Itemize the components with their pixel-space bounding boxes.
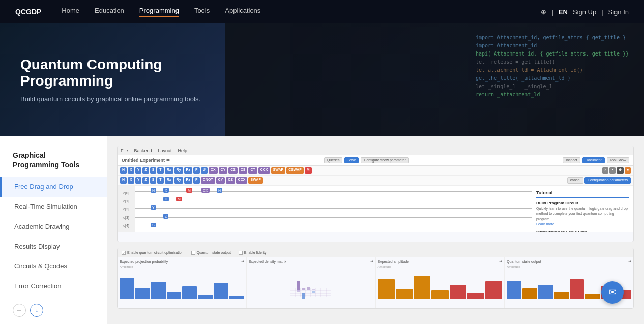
hero-subtitle: Build quantum circuits by graphical onli… [20, 95, 234, 103]
nav-links: Home Education Programming Tools Applica… [62, 7, 541, 17]
next-arrow[interactable]: ↓ [30, 304, 43, 317]
gate2-Rz[interactable]: Rz [184, 177, 193, 184]
gate-S[interactable]: S [150, 167, 157, 174]
menu-layout[interactable]: Layout [158, 148, 172, 153]
gate-Y[interactable]: Y [135, 167, 142, 174]
placed-gate-9[interactable]: Z [163, 214, 168, 219]
nav-education[interactable]: Education [95, 7, 124, 17]
gate-U[interactable]: U [201, 167, 208, 174]
bar-3-6 [467, 293, 484, 299]
sidebar-item-free-drag-drop[interactable]: Free Drag and Drop [0, 177, 107, 197]
save-btn[interactable]: Save [344, 157, 359, 163]
gate-CCX[interactable]: CCX [258, 167, 270, 174]
nav-home[interactable]: Home [62, 7, 79, 17]
gate2-T[interactable]: T [157, 177, 163, 184]
gate-CX[interactable]: CX [209, 167, 218, 174]
sidebar-item-academic-drawing[interactable]: Academic Drawing [0, 217, 107, 236]
gate-SWAP[interactable]: SWAP [271, 167, 286, 174]
sidebar-item-circuits-qcodes[interactable]: Circuits & Qcodes [0, 256, 107, 276]
gate-P[interactable]: P [193, 167, 200, 174]
panel-4-icon: ⇔ [628, 259, 631, 263]
cancel-btn[interactable]: cancel [567, 177, 583, 184]
gate2-X[interactable]: X [128, 177, 134, 184]
bar-4-6 [585, 294, 600, 299]
checkbox-state-output-box[interactable] [191, 251, 195, 255]
gate2-P[interactable]: P [193, 177, 200, 184]
gate-H[interactable]: H [120, 167, 127, 174]
gate2-S[interactable]: S [150, 177, 157, 184]
sidebar-group-title: Graphical Programming Tools [0, 146, 107, 177]
prev-arrow[interactable]: ← [13, 304, 26, 317]
result-panel-3-title: Expected amplitude ⇔ [378, 259, 503, 263]
nav-tools[interactable]: Tools [194, 7, 210, 17]
menu-file[interactable]: File [121, 148, 128, 153]
placed-gate-10[interactable]: S [151, 223, 156, 227]
gate-sym4[interactable]: ■ [625, 167, 631, 174]
tutorial-item-1: Build Program Circuit Quickly learn to u… [536, 201, 629, 226]
menu-help[interactable]: Help [178, 148, 188, 153]
config-param-btn[interactable]: Configuration parameters [584, 177, 631, 184]
nav-applications[interactable]: Applications [225, 7, 260, 17]
gate2-CNOT[interactable]: CNOT [201, 177, 215, 184]
circuit-buttons: Queries Save Configure show parameter [324, 157, 409, 163]
placed-gate-6[interactable]: CX [201, 188, 210, 193]
gate-Rx[interactable]: Rx [165, 167, 173, 174]
gate2-CCX[interactable]: CCX [236, 177, 248, 184]
placed-gate-7[interactable]: H [217, 188, 222, 193]
gate-M[interactable]: M [305, 167, 312, 174]
gate-CS[interactable]: CS [239, 167, 248, 174]
gate-sym2[interactable]: ∘ [609, 167, 616, 174]
gate2-Rx[interactable]: Rx [165, 177, 173, 184]
gate-Z[interactable]: Z [142, 167, 149, 174]
sidebar-item-results-display[interactable]: Results Display [0, 236, 107, 256]
gate2-SWAP[interactable]: SWAP [248, 177, 263, 184]
placed-gate-1[interactable]: H [151, 188, 156, 193]
bar-4-5 [570, 279, 584, 299]
gate-CSWAP[interactable]: CSWAP [286, 167, 304, 174]
gate-T[interactable]: T [157, 167, 163, 174]
sidebar-item-real-time-sim[interactable]: Real-Time Simulation [0, 197, 107, 217]
bar-3-2 [396, 289, 413, 299]
sidebar-item-error-correction[interactable]: Error Correction [0, 276, 107, 296]
tutorial-item-2-title: Introduction to Logic Gate [536, 230, 629, 232]
panel-4-axis-label: Amplitude [507, 265, 631, 268]
placed-gate-3[interactable]: H [163, 197, 169, 201]
queries-btn[interactable]: Queries [324, 157, 343, 163]
gate2-H[interactable]: H [120, 177, 127, 184]
gate-Ry[interactable]: Ry [174, 167, 183, 174]
gate2-Ry[interactable]: Ry [174, 177, 183, 184]
nav-programming[interactable]: Programming [139, 7, 179, 17]
gate2-CZ[interactable]: CZ [226, 177, 235, 184]
gate-sym3[interactable]: ⊕ [617, 167, 624, 174]
lang-en[interactable]: EN [559, 8, 568, 16]
gate-CZ[interactable]: CZ [228, 167, 237, 174]
gate2-CY[interactable]: CY [216, 177, 225, 184]
menu-backend[interactable]: Backend [134, 148, 152, 153]
configure-btn[interactable]: Configure show parameter [361, 157, 409, 163]
fab-email-button[interactable]: ✉ [601, 281, 624, 304]
sign-up[interactable]: Sign Up [573, 8, 596, 16]
tab-document[interactable]: Document [582, 157, 605, 163]
gate-sym1[interactable]: × [602, 167, 608, 174]
tutorial-link-1[interactable]: Learn more [536, 222, 629, 226]
gate-X[interactable]: X [128, 167, 134, 174]
checkbox-optimization-box[interactable]: ✓ [122, 251, 126, 255]
placed-gate-4[interactable]: M [176, 197, 182, 201]
qubit-0: q[0] [118, 191, 135, 195]
gate2-Y[interactable]: Y [135, 177, 142, 184]
tab-inspect[interactable]: Inspect [563, 157, 580, 163]
placed-gate-8[interactable]: Y [151, 205, 156, 210]
result-panel-density-matrix: Expected density matrix ⇔ [247, 257, 376, 308]
gate2-Z[interactable]: Z [142, 177, 149, 184]
tab-tool-show[interactable]: Tool Show [607, 157, 629, 163]
placed-gate-5[interactable]: M [186, 188, 192, 193]
bar-1-3 [151, 282, 166, 299]
gate-CY[interactable]: CY [219, 167, 228, 174]
checkbox-fidelity-box[interactable] [239, 251, 243, 255]
matrix-bar-tall [297, 281, 300, 290]
gate-CT[interactable]: CT [248, 167, 257, 174]
placed-gate-2[interactable]: X [163, 188, 169, 193]
gate-Rz[interactable]: Rz [184, 167, 193, 174]
sign-in[interactable]: Sign In [608, 8, 629, 16]
bar-3-7 [485, 281, 502, 299]
